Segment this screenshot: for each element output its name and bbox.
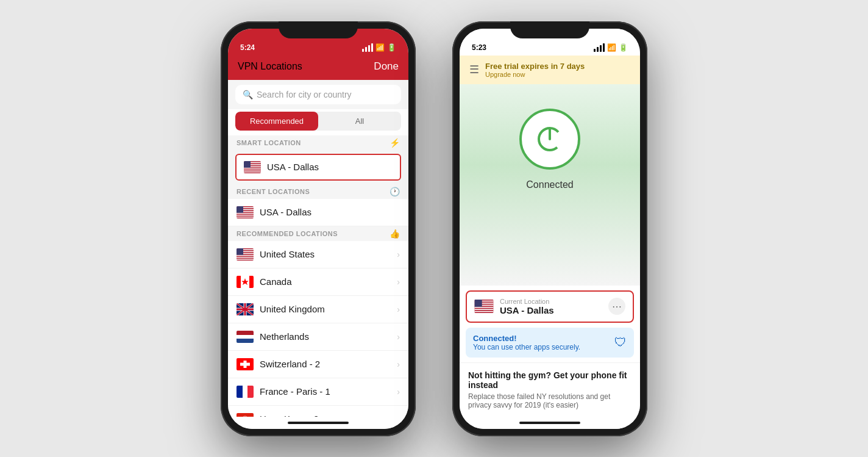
svg-rect-42 (240, 362, 250, 365)
connected-banner: Connected! You can use other apps secure… (466, 328, 634, 358)
done-button[interactable]: Done (374, 60, 399, 73)
signal-icon-right (594, 43, 605, 52)
promo-title: Not hitting the gym? Get your phone fit … (468, 370, 631, 390)
svg-rect-65 (475, 307, 494, 308)
connected-banner-title: Connected! (473, 334, 608, 343)
flag-ch (237, 358, 254, 370)
status-icons-left: 📶 🔋 (362, 43, 396, 52)
smart-icon: ⚡ (390, 138, 400, 148)
svg-rect-5 (244, 169, 261, 170)
country-name: Netherlands (260, 331, 391, 342)
flag-us-smart (244, 161, 261, 173)
svg-rect-68 (475, 300, 482, 307)
country-name: United Kingdom (260, 304, 391, 314)
list-item[interactable]: Netherlands › (228, 323, 408, 351)
svg-rect-44 (243, 386, 247, 398)
connected-area: Connected (460, 84, 640, 286)
search-input-container[interactable]: 🔍 Search for city or country (235, 85, 401, 104)
connected-banner-text: Connected! You can use other apps secure… (473, 334, 608, 351)
smart-location-header: SMART LOCATION ⚡ (228, 135, 408, 150)
power-icon (535, 124, 565, 154)
list-item[interactable]: France - Paris - 1 › (228, 378, 408, 406)
list-item[interactable]: United States › (228, 241, 408, 268)
battery-icon-right: 🔋 (619, 43, 628, 52)
current-location-name: USA - Dallas (500, 305, 602, 315)
tab-all[interactable]: All (318, 112, 401, 131)
search-icon: 🔍 (243, 90, 253, 99)
connected-label: Connected (526, 179, 573, 190)
country-name: Switzerland - 2 (260, 359, 391, 369)
wifi-icon: 📶 (375, 43, 385, 52)
svg-rect-14 (237, 217, 254, 218)
list-item[interactable]: ✿ Hong Kong - 2 › (228, 406, 408, 417)
list-item[interactable]: Switzerland - 2 › (228, 351, 408, 378)
smart-location-item[interactable]: USA - Dallas (235, 154, 401, 181)
svg-rect-23 (237, 248, 243, 255)
flag-us-current (474, 300, 494, 313)
search-placeholder: Search for city or country (257, 90, 352, 99)
svg-rect-21 (237, 256, 254, 257)
svg-rect-43 (237, 386, 243, 398)
connected-banner-subtitle: You can use other apps securely. (473, 343, 608, 351)
trial-text: Free trial expires in 7 days Upgrade now (485, 62, 630, 78)
power-button[interactable] (519, 109, 580, 170)
home-indicator (228, 417, 408, 429)
home-indicator-right (460, 417, 640, 429)
svg-rect-13 (237, 214, 254, 215)
country-name: Canada (260, 276, 391, 287)
svg-rect-66 (475, 309, 494, 310)
menu-icon[interactable]: ☰ (469, 63, 479, 76)
more-button[interactable]: ⋯ (608, 298, 625, 315)
smart-location-name: USA - Dallas (267, 162, 393, 172)
notch (279, 21, 358, 38)
current-location-label: Current Location (500, 298, 602, 305)
chevron-icon: › (397, 359, 400, 369)
svg-rect-6 (244, 171, 261, 173)
wifi-icon-right: 📶 (607, 43, 616, 52)
svg-rect-22 (237, 259, 254, 260)
signal-icon (362, 43, 373, 52)
svg-rect-37 (237, 331, 254, 335)
country-name: France - Paris - 1 (260, 386, 391, 397)
recent-location-name: USA - Dallas (260, 207, 400, 217)
trial-banner: ☰ Free trial expires in 7 days Upgrade n… (460, 56, 640, 84)
tab-bar: Recommended All (235, 112, 401, 131)
svg-rect-20 (237, 254, 254, 256)
svg-rect-67 (475, 311, 494, 312)
chevron-icon: › (397, 277, 400, 287)
flag-gb (237, 303, 254, 315)
list-item[interactable]: Canada › (228, 268, 408, 296)
flag-nl (237, 331, 254, 343)
svg-rect-38 (237, 335, 254, 339)
notch-right (510, 21, 589, 38)
scroll-area: SMART LOCATION ⚡ USA - (228, 135, 408, 417)
shield-icon: 🛡 (614, 336, 627, 350)
chevron-icon: › (397, 332, 400, 342)
nav-title: VPN Locations (238, 61, 302, 72)
trial-subtitle[interactable]: Upgrade now (485, 71, 630, 78)
time-right: 5:23 (472, 43, 486, 52)
battery-icon: 🔋 (387, 43, 396, 52)
svg-rect-39 (237, 339, 254, 343)
tab-recommended[interactable]: Recommended (235, 112, 318, 131)
country-name: United States (260, 249, 391, 259)
right-phone: 5:23 📶 🔋 ☰ Free trial expires in 7 days … (452, 21, 647, 436)
current-location-card[interactable]: Current Location USA - Dallas ⋯ (466, 290, 634, 323)
list-item[interactable]: United Kingdom › (228, 296, 408, 323)
status-icons-right: 📶 🔋 (594, 43, 628, 52)
nav-header: VPN Locations Done (228, 56, 408, 80)
chevron-icon: › (397, 387, 400, 397)
svg-rect-12 (237, 212, 254, 214)
flag-us-rec (237, 248, 254, 261)
svg-rect-25 (237, 276, 241, 288)
recent-location-item[interactable]: USA - Dallas (228, 199, 408, 226)
svg-rect-4 (244, 167, 261, 168)
current-location-info: Current Location USA - Dallas (500, 298, 602, 315)
promo-section: Not hitting the gym? Get your phone fit … (460, 362, 640, 417)
home-bar-right (519, 422, 580, 424)
svg-rect-26 (249, 276, 254, 288)
trial-title: Free trial expires in 7 days (485, 62, 630, 71)
recent-icon: 🕐 (390, 187, 400, 196)
chevron-icon: › (397, 250, 400, 259)
flag-fr (237, 386, 254, 398)
